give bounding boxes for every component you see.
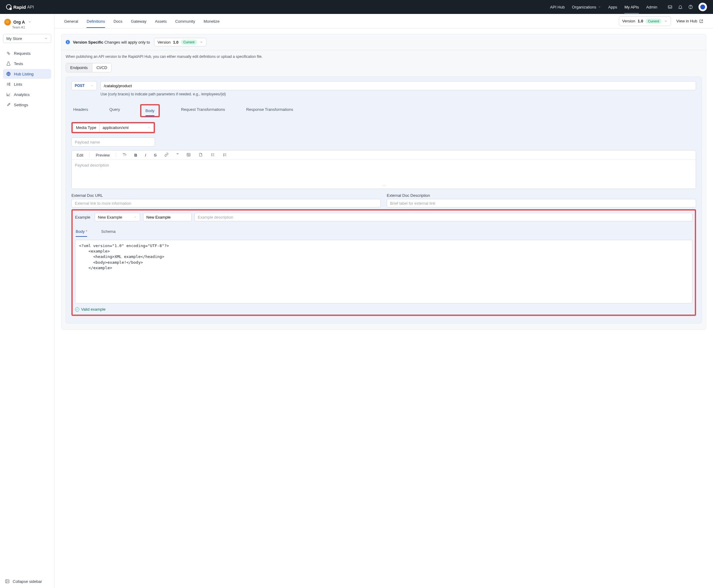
tab-community[interactable]: Community: [175, 15, 195, 28]
reqtab-response-transformations[interactable]: Response Transformations: [246, 104, 293, 117]
reqtab-query[interactable]: Query: [109, 104, 120, 117]
inbox-icon[interactable]: [668, 4, 672, 9]
brand: RapidAPI: [6, 4, 34, 10]
sidebar-item-hub-listing[interactable]: Hub Listing: [3, 69, 51, 79]
example-body-textarea[interactable]: <?xml version="1.0" encoding="UTF-8"?> <…: [75, 240, 692, 303]
brand-name: Rapid: [13, 4, 26, 10]
method-select[interactable]: POST: [71, 81, 97, 90]
tab-gateway[interactable]: Gateway: [131, 15, 147, 28]
tab-definitions[interactable]: Definitions: [87, 15, 105, 28]
notice-text: Version Specific Changes will apply only…: [73, 40, 150, 44]
nav-my-apis[interactable]: My APIs: [624, 1, 639, 14]
svg-point-5: [9, 83, 10, 84]
tab-general[interactable]: General: [64, 15, 78, 28]
content: i Version Specific Changes will apply on…: [55, 28, 713, 342]
nav-api-hub[interactable]: API Hub: [550, 1, 565, 14]
example-name-input[interactable]: [143, 213, 192, 221]
org-name: Org A: [13, 20, 25, 24]
bold-icon[interactable]: B: [133, 152, 139, 158]
text-size-icon[interactable]: [121, 152, 128, 159]
sidebar-item-label: Hub Listing: [14, 72, 34, 76]
sidebar-item-tests[interactable]: Tests: [3, 59, 51, 68]
required-star-icon: *: [86, 229, 87, 234]
view-in-hub-link[interactable]: View in Hub: [676, 19, 703, 23]
store-selector-label: My Store: [6, 36, 22, 41]
example-row: Example New Example: [75, 213, 692, 221]
notice-version-badge: Current: [181, 40, 197, 44]
quote-icon[interactable]: ": [175, 152, 180, 159]
payload-description-textarea[interactable]: Payload description: [72, 160, 696, 184]
numbered-list-icon[interactable]: [221, 152, 229, 159]
version-selector[interactable]: Version 1.0 Current: [619, 16, 671, 26]
separator: [89, 152, 90, 158]
check-circle-icon: ✓: [75, 307, 79, 312]
chevron-down-icon: [134, 215, 137, 218]
resize-grip-icon[interactable]: ⋯: [72, 184, 696, 189]
example-tab-body[interactable]: Body *: [75, 227, 87, 237]
sidebar-item-analytics[interactable]: Analytics: [3, 90, 51, 99]
external-doc-row: External Doc URL External Doc Descriptio…: [71, 193, 696, 207]
topnav: API Hub Organizations Apps My APIs Admin: [550, 1, 707, 14]
valid-example-label: Valid example: [81, 307, 106, 312]
strike-icon[interactable]: S: [152, 152, 158, 158]
tab-monetize[interactable]: Monetize: [204, 15, 220, 28]
nav-apps[interactable]: Apps: [608, 1, 618, 14]
lints-icon: [6, 82, 11, 87]
example-desc-input[interactable]: [195, 213, 692, 221]
subheader-right: Version 1.0 Current View in Hub: [619, 16, 703, 26]
view-in-hub-label: View in Hub: [676, 19, 697, 23]
bell-icon[interactable]: [678, 4, 683, 9]
org-switcher[interactable]: ⎔ Org A: [3, 18, 51, 26]
collapse-icon: [5, 579, 10, 584]
example-tab-schema[interactable]: Schema: [101, 227, 115, 237]
external-link-icon: [699, 19, 703, 23]
reqtab-headers[interactable]: Headers: [73, 104, 88, 117]
example-label: Example: [75, 215, 90, 219]
collapse-sidebar[interactable]: Collapse sidebar: [3, 575, 51, 588]
path-input[interactable]: [101, 81, 696, 90]
org-team: Team A1: [12, 25, 51, 29]
chevron-down-icon: [147, 126, 150, 129]
notice-version-value: 1.0: [173, 40, 178, 44]
subtab-cicd[interactable]: CI/CD: [92, 63, 111, 72]
media-type-label: Media Type: [73, 123, 99, 132]
help-icon[interactable]: [688, 4, 693, 9]
tab-docs[interactable]: Docs: [113, 15, 123, 28]
settings-icon: [6, 102, 11, 107]
store-selector[interactable]: My Store: [3, 34, 51, 43]
editor-edit-button[interactable]: Edit: [75, 152, 85, 158]
image-icon[interactable]: [185, 152, 193, 159]
reqtab-request-transformations[interactable]: Request Transformations: [181, 104, 225, 117]
ext-url-input[interactable]: [71, 199, 381, 207]
link-icon[interactable]: [163, 152, 170, 159]
subtab-endpoints[interactable]: Endpoints: [66, 63, 92, 72]
notice-rest: Changes will apply only to: [104, 40, 150, 44]
ext-desc-label: External Doc Description: [387, 193, 696, 198]
tests-icon: [6, 61, 11, 66]
file-icon[interactable]: [197, 152, 204, 159]
svg-point-11: [211, 154, 212, 155]
reqtab-body[interactable]: Body: [146, 105, 155, 116]
nav-admin[interactable]: Admin: [646, 1, 657, 14]
notice-strong: Version Specific: [73, 40, 103, 44]
sidebar-item-settings[interactable]: Settings: [3, 100, 51, 110]
sidebar-item-label: Analytics: [14, 92, 30, 97]
media-type-select[interactable]: application/xml: [99, 123, 154, 132]
tab-assets[interactable]: Assets: [155, 15, 167, 28]
payload-name-input[interactable]: [71, 138, 155, 147]
avatar[interactable]: [698, 3, 707, 11]
nav-organizations[interactable]: Organizations: [572, 1, 601, 14]
sidebar-item-requests[interactable]: Requests: [3, 48, 51, 58]
example-tabs: Body * Schema: [75, 227, 692, 237]
example-highlight: Example New Example Body: [71, 209, 696, 316]
italic-icon[interactable]: I: [143, 152, 148, 158]
ext-desc-input[interactable]: [387, 199, 696, 207]
sidebar-item-lints[interactable]: Lints: [3, 79, 51, 89]
main-tabs: General Definitions Docs Gateway Assets …: [64, 15, 219, 28]
editor-preview-button[interactable]: Preview: [94, 152, 111, 158]
bullet-list-icon[interactable]: [209, 152, 217, 159]
example-select[interactable]: New Example: [95, 213, 140, 221]
topbar: RapidAPI API Hub Organizations Apps My A…: [0, 0, 713, 14]
notice-version-selector[interactable]: Version 1.0 Current: [154, 38, 206, 46]
endpoint-editor: POST Use {curly braces} to indicate path…: [66, 77, 702, 323]
